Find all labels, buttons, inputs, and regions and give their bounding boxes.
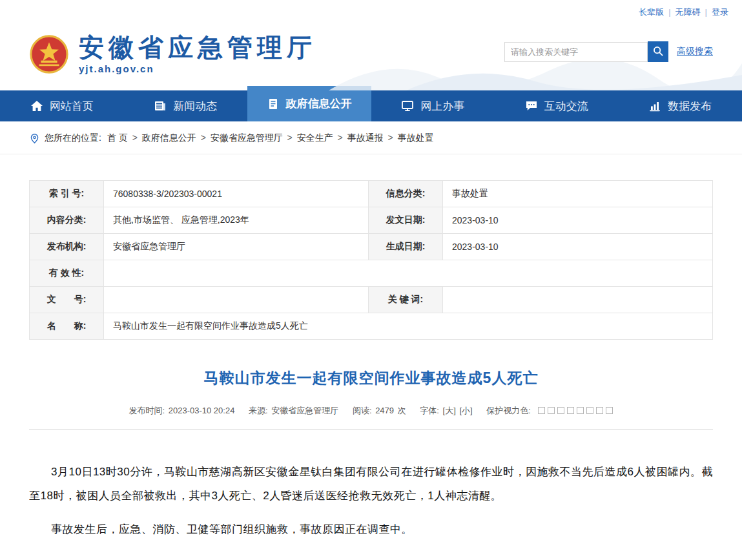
field-value: 2023-03-10	[443, 207, 713, 234]
breadcrumb-link[interactable]: 安徽省应急管理厅	[211, 132, 283, 143]
field-label: 文 号:	[30, 287, 104, 313]
vision-color-swatch[interactable]	[557, 407, 564, 414]
field-label: 有 效 性:	[30, 260, 104, 287]
vision-color-swatch[interactable]	[596, 407, 603, 414]
field-value	[104, 260, 713, 287]
field-value	[104, 287, 369, 313]
nav-item-label: 政府信息公开	[286, 96, 352, 111]
article-paragraph: 3月10日13时30分许，马鞍山市慈湖高新区安徽金星钛白集团有限公司在进行罐体检…	[29, 461, 713, 508]
site-header: 安徽省应急管理厅 yjt.ah.gov.cn 高级搜索	[0, 18, 742, 90]
breadcrumb-separator: >	[338, 132, 343, 143]
table-row: 文 号: 关 键 词:	[30, 287, 713, 313]
field-value: 其他,市场监管、 应急管理,2023年	[104, 207, 369, 234]
nav-item-interaction[interactable]: 互动交流	[495, 90, 619, 121]
font-size-large-button[interactable]: [大]	[443, 406, 456, 415]
field-value: 马鞍山市发生一起有限空间作业事故造成5人死亡	[104, 313, 713, 340]
vision-color-swatch[interactable]	[577, 407, 584, 414]
site-title: 安徽省应急管理厅	[79, 34, 316, 62]
field-label: 关 键 词:	[369, 287, 443, 313]
accessibility-link[interactable]: 无障碍	[675, 7, 701, 17]
font-size-small-button[interactable]: [小]	[459, 406, 472, 415]
field-label: 内容分类:	[30, 207, 104, 234]
table-row: 索 引 号: 76080338-3/202303-00021 信息分类: 事故处…	[30, 181, 713, 207]
field-value	[443, 287, 713, 313]
vision-color-swatch[interactable]	[548, 407, 555, 414]
search-area: 高级搜索	[504, 41, 713, 62]
elder-version-link[interactable]: 长辈版	[639, 7, 664, 17]
breadcrumb: 您所在的位置: 首 页 > 政府信息公开 > 安徽省应急管理厅 > 安全生产 >…	[0, 121, 742, 154]
meta-divider	[29, 429, 713, 430]
breadcrumb-link[interactable]: 首 页	[107, 132, 128, 143]
table-row: 内容分类: 其他,市场监管、 应急管理,2023年 发文日期: 2023-03-…	[30, 207, 713, 234]
article-paragraph: 事故发生后，应急、消防、卫健等部门组织施救，事故原因正在调查中。	[29, 518, 713, 542]
home-icon	[30, 99, 43, 112]
nav-item-label: 新闻动态	[173, 99, 217, 114]
table-row: 有 效 性:	[30, 260, 713, 287]
article-meta: 发布时间: 2023-03-10 20:24 来源: 安徽省应急管理厅 阅读: …	[29, 405, 713, 417]
national-emblem-logo	[29, 34, 69, 74]
vision-color-swatch[interactable]	[586, 407, 593, 414]
table-row: 名 称: 马鞍山市发生一起有限空间作业事故造成5人死亡	[30, 313, 713, 340]
field-value: 安徽省应急管理厅	[104, 234, 369, 260]
nav-item-label: 网站首页	[50, 99, 94, 114]
breadcrumb-link[interactable]: 事故处置	[398, 132, 434, 143]
field-label: 索 引 号:	[30, 181, 104, 207]
field-label: 信息分类:	[369, 181, 443, 207]
table-row: 发布机构: 安徽省应急管理厅 生成日期: 2023-03-10	[30, 234, 713, 260]
chart-icon	[648, 99, 661, 112]
views-label: 阅读:	[353, 406, 372, 415]
site-brand: 安徽省应急管理厅 yjt.ah.gov.cn	[29, 34, 316, 75]
news-icon	[154, 99, 167, 112]
topbar-separator: |	[668, 7, 670, 17]
search-button[interactable]	[648, 41, 668, 62]
search-input[interactable]	[504, 42, 648, 62]
main-nav: 网站首页 新闻动态	[0, 90, 742, 121]
vision-color-swatches	[537, 406, 614, 415]
source-label: 来源:	[249, 406, 268, 415]
nav-item-data-release[interactable]: 数据发布	[619, 90, 742, 121]
source: 安徽省应急管理厅	[271, 406, 338, 415]
breadcrumb-prefix: 您所在的位置:	[45, 132, 101, 144]
site-url: yjt.ah.gov.cn	[79, 63, 316, 74]
vision-color-swatch[interactable]	[606, 407, 613, 414]
search-icon	[652, 45, 664, 59]
publish-time: 2023-03-10 20:24	[169, 406, 235, 415]
field-value: 事故处置	[443, 181, 713, 207]
vision-color-swatch[interactable]	[567, 407, 574, 414]
field-label: 名 称:	[30, 313, 104, 340]
field-value: 2023-03-10	[443, 234, 713, 260]
views-count: 2479	[375, 406, 394, 415]
field-label: 发文日期:	[369, 207, 443, 234]
breadcrumb-separator: >	[287, 132, 293, 143]
publish-time-label: 发布时间:	[129, 406, 165, 415]
login-link[interactable]: 登录	[712, 7, 728, 17]
nav-item-gov-info-disclosure[interactable]: 政府信息公开	[247, 86, 371, 121]
nav-item-online-services[interactable]: 网上办事	[371, 90, 495, 121]
breadcrumb-separator: >	[388, 132, 393, 143]
location-pin-icon	[29, 133, 40, 144]
page: 长辈版|无障碍|登录 安徽省应急管理厅 yjt.ah.gov.cn	[0, 0, 742, 560]
advanced-search-link[interactable]: 高级搜索	[677, 46, 713, 57]
breadcrumb-trail: 首 页 > 政府信息公开 > 安徽省应急管理厅 > 安全生产 > 事故通报 > …	[106, 132, 435, 144]
nav-item-news[interactable]: 新闻动态	[124, 90, 248, 121]
nav-item-label: 互动交流	[544, 99, 588, 114]
nav-item-label: 网上办事	[420, 99, 464, 114]
breadcrumb-link[interactable]: 事故通报	[347, 132, 384, 143]
document-icon	[267, 98, 280, 110]
topbar-separator: |	[705, 7, 707, 17]
nav-item-home[interactable]: 网站首页	[0, 90, 124, 121]
font-size-label: 字体:	[420, 406, 439, 415]
field-label: 发布机构:	[30, 234, 104, 260]
breadcrumb-separator: >	[201, 132, 206, 143]
monitor-icon	[401, 99, 414, 112]
field-value: 76080338-3/202303-00021	[104, 181, 369, 207]
breadcrumb-link[interactable]: 安全生产	[297, 132, 333, 143]
vision-color-swatch[interactable]	[538, 407, 545, 414]
field-label: 生成日期:	[369, 234, 443, 260]
chat-icon	[525, 99, 538, 112]
views-unit: 次	[398, 406, 406, 415]
breadcrumb-separator: >	[132, 132, 138, 143]
breadcrumb-link[interactable]: 政府信息公开	[142, 132, 196, 143]
page-title: 马鞍山市发生一起有限空间作业事故造成5人死亡	[29, 368, 713, 388]
vision-color-label: 保护视力色:	[486, 406, 531, 415]
